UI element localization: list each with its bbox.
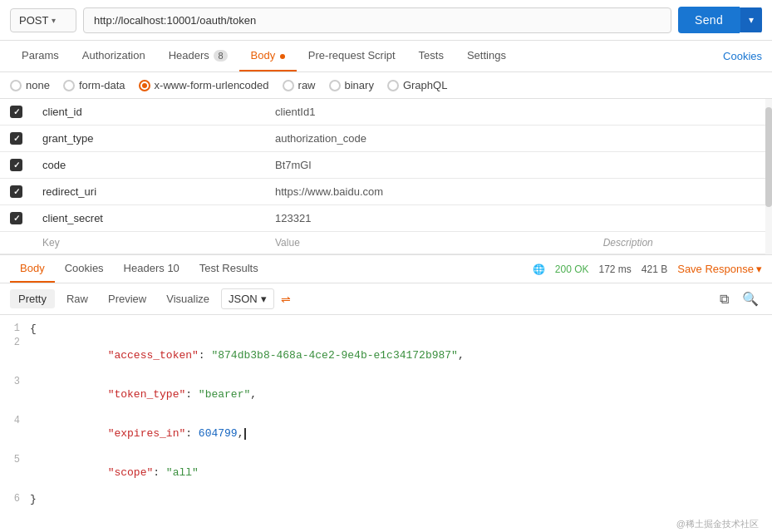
json-line-1: 1 {: [0, 322, 772, 336]
cookies-link[interactable]: Cookies: [723, 50, 762, 62]
line-num-5: 5: [0, 454, 30, 466]
json-line-3: 3 "token_type": "bearer",: [0, 375, 772, 414]
json-line-4: 4 "expires_in": 604799,: [0, 414, 772, 453]
table-row: grant_type authorization_code: [0, 126, 772, 152]
response-tab-test-results[interactable]: Test Results: [189, 255, 268, 283]
checkbox-redirect-uri[interactable]: [10, 185, 22, 198]
search-icon[interactable]: 🔍: [739, 289, 762, 308]
response-tab-cookies[interactable]: Cookies: [55, 255, 114, 283]
line-content-3: "token_type": "bearer",: [30, 376, 772, 413]
copy-icon[interactable]: ⧉: [716, 290, 732, 308]
scrollbar-track: [765, 99, 772, 254]
radio-raw-label: raw: [298, 79, 316, 91]
response-tabs: Body Cookies Headers 10 Test Results 🌐 2…: [0, 255, 772, 283]
line-num-2: 2: [0, 337, 30, 348]
table-row: client_id clientId1: [0, 99, 772, 126]
form-table: client_id clientId1 grant_type authoriza…: [0, 99, 772, 254]
tab-headers[interactable]: Headers 8: [157, 41, 239, 71]
format-row: Pretty Raw Preview Visualize JSON ▾ ⇌ ⧉ …: [0, 283, 772, 315]
tab-pre-request[interactable]: Pre-request Script: [297, 41, 407, 71]
radio-raw-circle: [283, 80, 294, 91]
checkbox-code[interactable]: [10, 159, 22, 171]
table-row: client_secret 123321: [0, 205, 772, 232]
body-type-row: none form-data x-www-form-urlencoded raw…: [0, 72, 772, 99]
radio-binary-circle: [329, 80, 341, 91]
globe-icon: 🌐: [533, 264, 545, 275]
key-code: code: [32, 152, 265, 179]
json-viewer: 1 { 2 "access_token": "874db3b8-468a-4ce…: [0, 315, 772, 513]
radio-form-data-circle: [63, 80, 75, 91]
format-tab-pretty[interactable]: Pretty: [10, 289, 55, 308]
line-content-2: "access_token": "874db3b8-468a-4ce2-9e4b…: [30, 337, 772, 374]
tab-authorization[interactable]: Authorization: [71, 41, 157, 71]
radio-urlencoded-label: x-www-form-urlencoded: [155, 79, 269, 91]
scrollbar-thumb[interactable]: [765, 107, 772, 207]
radio-urlencoded-circle: [139, 80, 150, 91]
format-tab-preview[interactable]: Preview: [100, 289, 155, 308]
format-tab-visualize[interactable]: Visualize: [158, 289, 218, 308]
radio-binary[interactable]: binary: [329, 79, 374, 91]
method-select[interactable]: POST ▾: [10, 8, 76, 32]
text-cursor: [244, 428, 246, 440]
format-tab-raw[interactable]: Raw: [58, 289, 96, 308]
form-section: client_id clientId1 grant_type authoriza…: [0, 99, 772, 255]
radio-form-data[interactable]: form-data: [63, 79, 125, 91]
app-container: POST ▾ Send ▾ Params Authorization Heade…: [0, 0, 772, 532]
table-row: redirect_uri https://www.baidu.com: [0, 179, 772, 205]
radio-none-label: none: [26, 79, 50, 91]
desc-client-secret: [593, 205, 772, 232]
nav-tabs: Params Authorization Headers 8 Body Pre-…: [0, 41, 772, 72]
line-content-1: {: [30, 323, 772, 335]
line-content-5: "scope": "all": [30, 454, 772, 491]
response-headers-badge: 10: [167, 262, 179, 274]
tab-params[interactable]: Params: [10, 41, 71, 71]
radio-form-data-label: form-data: [79, 79, 125, 91]
key-grant-type: grant_type: [32, 126, 265, 152]
key-column-label: Key: [32, 232, 265, 254]
line-num-3: 3: [0, 376, 30, 387]
radio-binary-label: binary: [345, 79, 374, 91]
send-dropdown-button[interactable]: ▾: [740, 7, 762, 32]
radio-raw[interactable]: raw: [283, 79, 316, 91]
desc-redirect-uri: [593, 179, 772, 205]
response-size: 421 B: [642, 264, 667, 275]
top-bar: POST ▾ Send ▾: [0, 0, 772, 41]
send-button-group: Send ▾: [678, 7, 762, 33]
url-input[interactable]: [83, 7, 671, 33]
watermark: @稀土掘金技术社区: [0, 513, 772, 532]
radio-none-circle: [10, 80, 22, 91]
radio-graphql[interactable]: GraphQL: [387, 79, 447, 91]
radio-graphql-label: GraphQL: [403, 79, 447, 91]
radio-urlencoded[interactable]: x-www-form-urlencoded: [139, 79, 269, 91]
radio-none[interactable]: none: [10, 79, 50, 91]
tab-body[interactable]: Body: [239, 41, 297, 71]
key-redirect-uri: redirect_uri: [32, 179, 265, 205]
tab-tests[interactable]: Tests: [407, 41, 455, 71]
response-status: 🌐 200 OK 172 ms 421 B Save Response ▾: [533, 263, 762, 275]
checkbox-grant-type[interactable]: [10, 132, 22, 145]
key-client-secret: client_secret: [32, 205, 265, 232]
response-tab-body[interactable]: Body: [10, 255, 55, 283]
checkbox-client-secret[interactable]: [10, 212, 22, 224]
method-label: POST: [19, 14, 48, 27]
line-content-6: }: [30, 493, 772, 505]
response-tab-headers[interactable]: Headers 10: [114, 255, 189, 283]
save-response-button[interactable]: Save Response ▾: [677, 263, 762, 275]
format-right-icons: ⧉ 🔍: [716, 289, 762, 308]
response-time: 172 ms: [599, 264, 632, 275]
value-client-secret: 123321: [265, 205, 593, 232]
filter-icon[interactable]: ⇌: [281, 293, 291, 306]
json-line-5: 5 "scope": "all": [0, 453, 772, 492]
value-redirect-uri: https://www.baidu.com: [265, 179, 593, 205]
radio-graphql-circle: [387, 80, 399, 91]
format-select[interactable]: JSON ▾: [221, 288, 274, 309]
checkbox-client-id[interactable]: [10, 106, 22, 118]
status-ok-badge: 200 OK: [555, 264, 589, 275]
json-line-2: 2 "access_token": "874db3b8-468a-4ce2-9e…: [0, 336, 772, 375]
send-button[interactable]: Send: [678, 7, 740, 33]
json-line-6: 6 }: [0, 492, 772, 506]
value-client-id: clientId1: [265, 99, 593, 126]
tab-settings[interactable]: Settings: [455, 41, 518, 71]
table-row: code Bt7mGl: [0, 152, 772, 179]
line-num-1: 1: [0, 323, 30, 334]
